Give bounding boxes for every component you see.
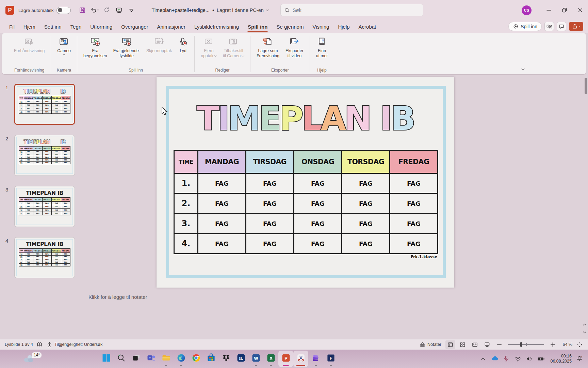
- account-avatar[interactable]: CS: [522, 5, 532, 15]
- taskbar-edge-button[interactable]: [174, 351, 189, 367]
- normal-view-button[interactable]: [445, 340, 455, 349]
- zoom-in-button[interactable]: [548, 340, 558, 349]
- zoom-level[interactable]: 64 %: [560, 342, 572, 347]
- spellcheck-icon[interactable]: [36, 341, 43, 348]
- close-button[interactable]: [572, 0, 588, 20]
- tab-se-gjennom[interactable]: Se gjennom: [272, 20, 308, 33]
- document-info[interactable]: Timeplan+pastell+redige... • Lagret i de…: [152, 7, 268, 13]
- microphone-icon[interactable]: [502, 355, 510, 363]
- clock[interactable]: 00:16 06.08.2025: [550, 354, 572, 364]
- start-slideshow-button[interactable]: [114, 5, 124, 15]
- slide-thumbnail-4[interactable]: TIMEPLAN IBTIMEMANDAGTIRSDAGONSDAGTORSDA…: [14, 237, 75, 278]
- taskbar-teams-button[interactable]: T: [144, 351, 159, 367]
- table-cell: FAG: [42, 202, 51, 205]
- slide-thumbnail-2[interactable]: TIMEPLANIBTIMEMANDAGTIRSDAGONSDAGTORSDAG…: [14, 135, 75, 176]
- taskbar-excel-button[interactable]: X: [263, 351, 278, 367]
- search-input[interactable]: [293, 7, 420, 13]
- slide-sorter-view-button[interactable]: [458, 340, 468, 349]
- save-button[interactable]: [77, 5, 87, 15]
- tab-spill-inn[interactable]: Spill inn: [243, 20, 272, 33]
- minimize-button[interactable]: [541, 0, 557, 20]
- slide-title[interactable]: TIMEPLANIB: [157, 99, 454, 138]
- slide-thumbnail-3[interactable]: TIMEPLAN IBTIMEMANDAGTIRSDAGONSDAGTORSDA…: [14, 186, 75, 227]
- minimize-icon: [545, 7, 552, 14]
- tab-tegn[interactable]: Tegn: [66, 20, 86, 33]
- slideshow-view-button[interactable]: [482, 340, 492, 349]
- tab-sett-inn[interactable]: Sett inn: [40, 20, 66, 33]
- ribbon: ForhåndsvisningForhåndsvisningPCameoKame…: [2, 33, 586, 74]
- notes-toggle-button[interactable]: Notater: [418, 340, 443, 349]
- customize-quick-access-button[interactable]: [126, 5, 136, 15]
- screen-record-icon: [154, 37, 164, 47]
- tab-hjem[interactable]: Hjem: [19, 20, 40, 33]
- taskbar-taskview-button[interactable]: [129, 351, 144, 367]
- tab-fil[interactable]: Fil: [5, 20, 19, 33]
- tray-overflow-button[interactable]: [479, 355, 487, 363]
- previous-slide-button[interactable]: [582, 322, 587, 327]
- taskbar-fdrive-button[interactable]: F: [323, 351, 338, 367]
- title-letter: T: [197, 99, 217, 138]
- taskbar-start-button[interactable]: [99, 351, 114, 367]
- save-as-show-button[interactable]: Lagre somFremvisning: [254, 36, 282, 59]
- taskbar-clipchamp-button[interactable]: [308, 351, 323, 367]
- tab-acrobat[interactable]: Acrobat: [354, 20, 381, 33]
- edge-icon: [177, 353, 186, 363]
- fit-slide-button[interactable]: [575, 340, 585, 349]
- audio-button[interactable]: Lyd: [175, 36, 191, 55]
- battery-icon[interactable]: [537, 355, 545, 363]
- taskbar-chrome-button[interactable]: [189, 351, 203, 367]
- notification-bell-icon[interactable]: z: [575, 355, 584, 363]
- restore-button[interactable]: [557, 0, 572, 20]
- volume-icon[interactable]: [525, 355, 534, 363]
- record-button[interactable]: Spill inn: [508, 22, 542, 31]
- teams-share-button[interactable]: [544, 22, 554, 31]
- learn-more-button[interactable]: ?Finnut mer: [313, 36, 331, 59]
- taskbar-dropbox-button[interactable]: [218, 351, 233, 367]
- tab-overganger[interactable]: Overganger: [117, 20, 152, 33]
- record-from-beginning-button[interactable]: Frabegynnelsen: [80, 36, 110, 59]
- export-to-video-button[interactable]: Eksportertil video: [282, 36, 307, 59]
- slide-table[interactable]: TIMEMANDAGTIRSDAGONSDAGTORSDAGFREDAG1.FA…: [174, 150, 438, 254]
- wifi-icon[interactable]: [514, 355, 522, 363]
- table-cell: FAG: [342, 214, 390, 234]
- notes-placeholder[interactable]: Klikk for å legge til notater: [88, 294, 147, 300]
- tab-visning[interactable]: Visning: [308, 20, 333, 33]
- taskbar-word-button[interactable]: W: [248, 351, 263, 367]
- next-slide-button[interactable]: [582, 329, 587, 335]
- tab-utforming[interactable]: Utforming: [86, 20, 117, 33]
- search-bar[interactable]: [280, 4, 423, 16]
- collapse-ribbon-button[interactable]: [520, 66, 526, 72]
- tab-lysbildefremvisning[interactable]: Lysbildefremvisning: [190, 20, 243, 33]
- slide-thumbnail-1[interactable]: TIMEPLANIBTIMEMANDAGTIRSDAGONSDAGTORSDAG…: [14, 84, 75, 125]
- taskbar-booking-button[interactable]: B.: [233, 351, 248, 367]
- slide-canvas[interactable]: TIMEPLANIB TIMEMANDAGTIRSDAGONSDAGTORSDA…: [157, 77, 454, 288]
- cameo-button[interactable]: PCameo: [54, 36, 74, 57]
- vertical-scrollbar[interactable]: [585, 78, 587, 94]
- share-button[interactable]: [569, 22, 583, 31]
- table-cell: FAG: [294, 173, 342, 194]
- record-from-current-slide-button[interactable]: Fra gjeldende-lysbilde: [110, 36, 143, 59]
- table-cell: FAG: [246, 194, 294, 214]
- taskbar-powerpoint-button[interactable]: P: [278, 351, 293, 367]
- undo-button[interactable]: [89, 5, 100, 15]
- reading-view-button[interactable]: [470, 340, 480, 349]
- tab-hjelp[interactable]: Hjelp: [333, 20, 354, 33]
- taskbar-store-button[interactable]: [203, 351, 218, 367]
- tab-animasjoner[interactable]: Animasjoner: [153, 20, 190, 33]
- weather-widget[interactable]: 14°: [22, 352, 42, 364]
- zoom-slider-thumb[interactable]: [520, 342, 522, 347]
- title-letter: B: [62, 139, 65, 145]
- zoom-out-button[interactable]: [494, 340, 504, 349]
- onedrive-icon[interactable]: [491, 355, 499, 363]
- zoom-slider[interactable]: [508, 344, 544, 345]
- search-icon: [284, 7, 290, 13]
- taskbar-search-taskbar-button[interactable]: [114, 351, 129, 367]
- accessibility-check[interactable]: Tilgjengelighet: Undersøk: [46, 341, 102, 348]
- redo-button[interactable]: [102, 5, 112, 15]
- powerpoint-logo-icon[interactable]: P: [5, 6, 14, 15]
- taskbar-snipping-tool-button[interactable]: [293, 351, 308, 367]
- taskbar-explorer-button[interactable]: [159, 351, 174, 367]
- active-indicator: [283, 365, 289, 366]
- autosave-toggle[interactable]: [56, 7, 71, 14]
- comments-button[interactable]: [557, 22, 566, 31]
